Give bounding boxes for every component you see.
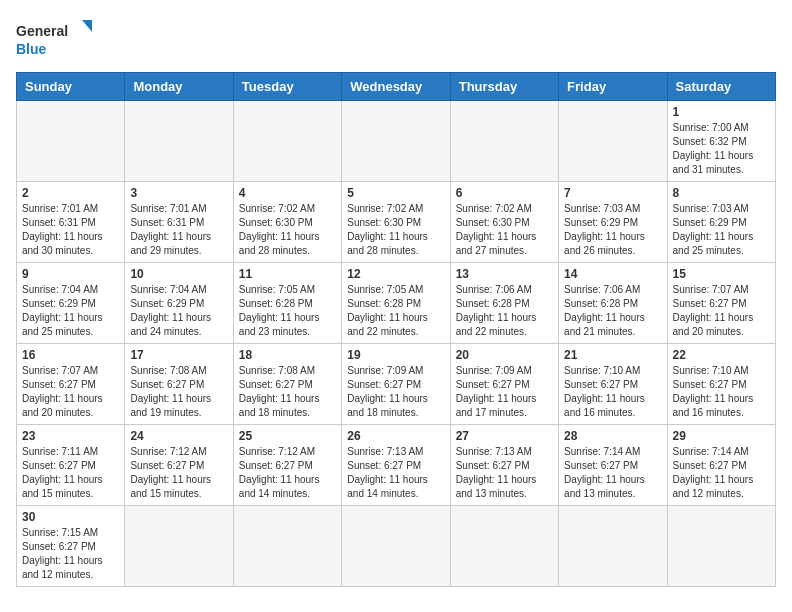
day-info: Sunrise: 7:03 AM Sunset: 6:29 PM Dayligh… [564, 202, 661, 258]
svg-marker-2 [82, 20, 92, 32]
day-number: 8 [673, 186, 770, 200]
calendar-cell: 16Sunrise: 7:07 AM Sunset: 6:27 PM Dayli… [17, 344, 125, 425]
calendar-table: SundayMondayTuesdayWednesdayThursdayFrid… [16, 72, 776, 587]
calendar-week-3: 16Sunrise: 7:07 AM Sunset: 6:27 PM Dayli… [17, 344, 776, 425]
svg-text:General: General [16, 23, 68, 39]
day-number: 11 [239, 267, 336, 281]
day-info: Sunrise: 7:13 AM Sunset: 6:27 PM Dayligh… [456, 445, 553, 501]
day-header-wednesday: Wednesday [342, 73, 450, 101]
calendar-cell: 13Sunrise: 7:06 AM Sunset: 6:28 PM Dayli… [450, 263, 558, 344]
calendar-cell: 1Sunrise: 7:00 AM Sunset: 6:32 PM Daylig… [667, 101, 775, 182]
calendar-cell: 30Sunrise: 7:15 AM Sunset: 6:27 PM Dayli… [17, 506, 125, 587]
calendar-cell [342, 101, 450, 182]
day-number: 13 [456, 267, 553, 281]
day-info: Sunrise: 7:02 AM Sunset: 6:30 PM Dayligh… [239, 202, 336, 258]
day-info: Sunrise: 7:05 AM Sunset: 6:28 PM Dayligh… [239, 283, 336, 339]
day-info: Sunrise: 7:02 AM Sunset: 6:30 PM Dayligh… [456, 202, 553, 258]
day-info: Sunrise: 7:08 AM Sunset: 6:27 PM Dayligh… [130, 364, 227, 420]
day-info: Sunrise: 7:03 AM Sunset: 6:29 PM Dayligh… [673, 202, 770, 258]
day-info: Sunrise: 7:09 AM Sunset: 6:27 PM Dayligh… [347, 364, 444, 420]
day-info: Sunrise: 7:12 AM Sunset: 6:27 PM Dayligh… [130, 445, 227, 501]
day-number: 23 [22, 429, 119, 443]
calendar-cell [559, 506, 667, 587]
calendar-cell: 20Sunrise: 7:09 AM Sunset: 6:27 PM Dayli… [450, 344, 558, 425]
calendar-cell: 11Sunrise: 7:05 AM Sunset: 6:28 PM Dayli… [233, 263, 341, 344]
calendar-header-row: SundayMondayTuesdayWednesdayThursdayFrid… [17, 73, 776, 101]
day-info: Sunrise: 7:12 AM Sunset: 6:27 PM Dayligh… [239, 445, 336, 501]
day-number: 21 [564, 348, 661, 362]
calendar-cell: 25Sunrise: 7:12 AM Sunset: 6:27 PM Dayli… [233, 425, 341, 506]
calendar-cell: 7Sunrise: 7:03 AM Sunset: 6:29 PM Daylig… [559, 182, 667, 263]
day-number: 17 [130, 348, 227, 362]
day-info: Sunrise: 7:06 AM Sunset: 6:28 PM Dayligh… [456, 283, 553, 339]
day-number: 24 [130, 429, 227, 443]
day-number: 4 [239, 186, 336, 200]
day-header-tuesday: Tuesday [233, 73, 341, 101]
day-number: 27 [456, 429, 553, 443]
day-info: Sunrise: 7:14 AM Sunset: 6:27 PM Dayligh… [564, 445, 661, 501]
calendar-cell [233, 101, 341, 182]
day-number: 25 [239, 429, 336, 443]
calendar-cell: 21Sunrise: 7:10 AM Sunset: 6:27 PM Dayli… [559, 344, 667, 425]
day-info: Sunrise: 7:00 AM Sunset: 6:32 PM Dayligh… [673, 121, 770, 177]
day-number: 18 [239, 348, 336, 362]
day-info: Sunrise: 7:11 AM Sunset: 6:27 PM Dayligh… [22, 445, 119, 501]
calendar-week-1: 2Sunrise: 7:01 AM Sunset: 6:31 PM Daylig… [17, 182, 776, 263]
calendar-week-4: 23Sunrise: 7:11 AM Sunset: 6:27 PM Dayli… [17, 425, 776, 506]
day-info: Sunrise: 7:07 AM Sunset: 6:27 PM Dayligh… [22, 364, 119, 420]
day-header-sunday: Sunday [17, 73, 125, 101]
day-info: Sunrise: 7:07 AM Sunset: 6:27 PM Dayligh… [673, 283, 770, 339]
calendar-cell: 5Sunrise: 7:02 AM Sunset: 6:30 PM Daylig… [342, 182, 450, 263]
calendar-cell [125, 101, 233, 182]
calendar-cell: 6Sunrise: 7:02 AM Sunset: 6:30 PM Daylig… [450, 182, 558, 263]
calendar-cell: 10Sunrise: 7:04 AM Sunset: 6:29 PM Dayli… [125, 263, 233, 344]
calendar-cell: 27Sunrise: 7:13 AM Sunset: 6:27 PM Dayli… [450, 425, 558, 506]
day-number: 9 [22, 267, 119, 281]
calendar-cell: 28Sunrise: 7:14 AM Sunset: 6:27 PM Dayli… [559, 425, 667, 506]
day-header-thursday: Thursday [450, 73, 558, 101]
day-number: 10 [130, 267, 227, 281]
day-info: Sunrise: 7:14 AM Sunset: 6:27 PM Dayligh… [673, 445, 770, 501]
calendar-cell: 19Sunrise: 7:09 AM Sunset: 6:27 PM Dayli… [342, 344, 450, 425]
day-number: 3 [130, 186, 227, 200]
day-number: 15 [673, 267, 770, 281]
calendar-cell: 23Sunrise: 7:11 AM Sunset: 6:27 PM Dayli… [17, 425, 125, 506]
calendar-cell [125, 506, 233, 587]
day-info: Sunrise: 7:15 AM Sunset: 6:27 PM Dayligh… [22, 526, 119, 582]
day-info: Sunrise: 7:13 AM Sunset: 6:27 PM Dayligh… [347, 445, 444, 501]
day-number: 29 [673, 429, 770, 443]
calendar-cell [667, 506, 775, 587]
calendar-cell [450, 101, 558, 182]
day-info: Sunrise: 7:06 AM Sunset: 6:28 PM Dayligh… [564, 283, 661, 339]
day-number: 7 [564, 186, 661, 200]
day-header-saturday: Saturday [667, 73, 775, 101]
svg-text:Blue: Blue [16, 41, 47, 57]
day-number: 12 [347, 267, 444, 281]
day-info: Sunrise: 7:04 AM Sunset: 6:29 PM Dayligh… [22, 283, 119, 339]
calendar-cell: 26Sunrise: 7:13 AM Sunset: 6:27 PM Dayli… [342, 425, 450, 506]
calendar-cell: 24Sunrise: 7:12 AM Sunset: 6:27 PM Dayli… [125, 425, 233, 506]
day-header-friday: Friday [559, 73, 667, 101]
calendar-cell: 22Sunrise: 7:10 AM Sunset: 6:27 PM Dayli… [667, 344, 775, 425]
day-number: 6 [456, 186, 553, 200]
calendar-cell: 18Sunrise: 7:08 AM Sunset: 6:27 PM Dayli… [233, 344, 341, 425]
calendar-cell [342, 506, 450, 587]
day-number: 14 [564, 267, 661, 281]
day-number: 19 [347, 348, 444, 362]
day-number: 26 [347, 429, 444, 443]
day-number: 30 [22, 510, 119, 524]
day-info: Sunrise: 7:10 AM Sunset: 6:27 PM Dayligh… [564, 364, 661, 420]
calendar-cell: 8Sunrise: 7:03 AM Sunset: 6:29 PM Daylig… [667, 182, 775, 263]
calendar-cell: 14Sunrise: 7:06 AM Sunset: 6:28 PM Dayli… [559, 263, 667, 344]
day-info: Sunrise: 7:05 AM Sunset: 6:28 PM Dayligh… [347, 283, 444, 339]
calendar-cell: 4Sunrise: 7:02 AM Sunset: 6:30 PM Daylig… [233, 182, 341, 263]
calendar-cell [450, 506, 558, 587]
day-number: 2 [22, 186, 119, 200]
calendar-cell: 29Sunrise: 7:14 AM Sunset: 6:27 PM Dayli… [667, 425, 775, 506]
logo: General Blue [16, 16, 96, 60]
calendar-cell [233, 506, 341, 587]
day-info: Sunrise: 7:08 AM Sunset: 6:27 PM Dayligh… [239, 364, 336, 420]
day-number: 5 [347, 186, 444, 200]
day-info: Sunrise: 7:01 AM Sunset: 6:31 PM Dayligh… [130, 202, 227, 258]
calendar-week-0: 1Sunrise: 7:00 AM Sunset: 6:32 PM Daylig… [17, 101, 776, 182]
